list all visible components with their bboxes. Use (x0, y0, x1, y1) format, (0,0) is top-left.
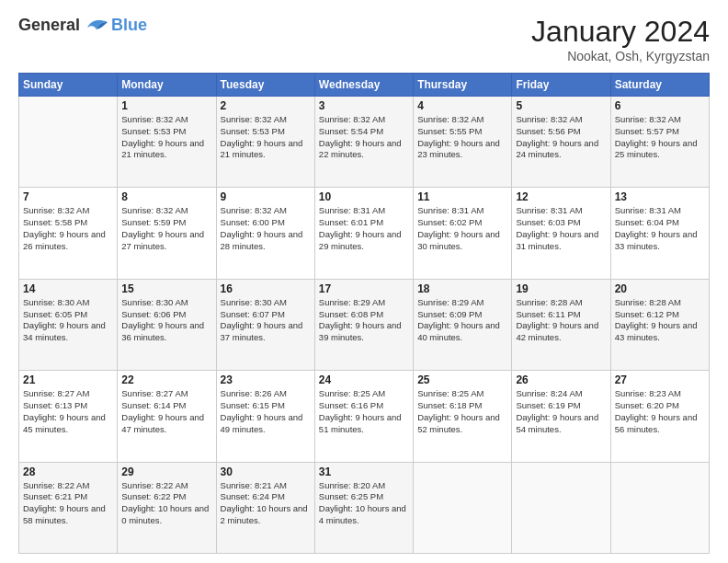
calendar-cell: 21Sunrise: 8:27 AMSunset: 6:13 PMDayligh… (19, 371, 118, 462)
day-number: 16 (221, 282, 311, 295)
day-number: 7 (23, 190, 113, 203)
calendar-cell: 15Sunrise: 8:30 AMSunset: 6:06 PMDayligh… (118, 279, 216, 370)
day-number: 27 (615, 373, 705, 386)
calendar-week-2: 7Sunrise: 8:32 AMSunset: 5:58 PMDaylight… (19, 188, 710, 279)
day-number: 3 (319, 99, 409, 112)
day-info: Sunrise: 8:31 AMSunset: 6:03 PMDaylight:… (516, 205, 606, 252)
day-info: Sunrise: 8:20 AMSunset: 6:25 PMDaylight:… (319, 480, 409, 527)
calendar-cell: 16Sunrise: 8:30 AMSunset: 6:07 PMDayligh… (216, 279, 314, 370)
logo-blue: Blue (111, 16, 147, 35)
calendar-cell: 19Sunrise: 8:28 AMSunset: 6:11 PMDayligh… (512, 279, 610, 370)
calendar-cell: 26Sunrise: 8:24 AMSunset: 6:19 PMDayligh… (512, 371, 610, 462)
day-number: 25 (417, 373, 507, 386)
calendar-cell: 28Sunrise: 8:22 AMSunset: 6:21 PMDayligh… (19, 462, 118, 553)
day-info: Sunrise: 8:27 AMSunset: 6:13 PMDaylight:… (23, 388, 113, 435)
day-info: Sunrise: 8:30 AMSunset: 6:07 PMDaylight:… (221, 297, 311, 344)
day-number: 6 (615, 99, 705, 112)
day-number: 11 (417, 190, 507, 203)
page: General Blue January 2024 Nookat, Osh, K… (0, 0, 728, 563)
calendar-cell: 6Sunrise: 8:32 AMSunset: 5:57 PMDaylight… (610, 97, 709, 188)
calendar-cell (19, 97, 118, 188)
calendar-cell: 29Sunrise: 8:22 AMSunset: 6:22 PMDayligh… (118, 462, 216, 553)
logo-general: General (18, 16, 80, 35)
calendar-cell: 13Sunrise: 8:31 AMSunset: 6:04 PMDayligh… (610, 188, 709, 279)
calendar-header-row: Sunday Monday Tuesday Wednesday Thursday… (19, 74, 710, 97)
day-info: Sunrise: 8:28 AMSunset: 6:11 PMDaylight:… (516, 297, 606, 344)
day-info: Sunrise: 8:22 AMSunset: 6:22 PMDaylight:… (121, 480, 211, 527)
day-number: 12 (516, 190, 606, 203)
day-number: 2 (221, 99, 311, 112)
calendar-cell: 3Sunrise: 8:32 AMSunset: 5:54 PMDaylight… (314, 97, 413, 188)
col-wednesday: Wednesday (314, 74, 413, 97)
day-info: Sunrise: 8:29 AMSunset: 6:08 PMDaylight:… (319, 297, 409, 344)
calendar-cell: 17Sunrise: 8:29 AMSunset: 6:08 PMDayligh… (314, 279, 413, 370)
day-info: Sunrise: 8:26 AMSunset: 6:15 PMDaylight:… (221, 388, 311, 435)
day-number: 13 (615, 190, 705, 203)
day-info: Sunrise: 8:25 AMSunset: 6:18 PMDaylight:… (417, 388, 507, 435)
day-info: Sunrise: 8:25 AMSunset: 6:16 PMDaylight:… (319, 388, 409, 435)
day-number: 17 (319, 282, 409, 295)
calendar-cell: 9Sunrise: 8:32 AMSunset: 6:00 PMDaylight… (216, 188, 314, 279)
calendar-week-3: 14Sunrise: 8:30 AMSunset: 6:05 PMDayligh… (19, 279, 710, 370)
day-info: Sunrise: 8:32 AMSunset: 5:58 PMDaylight:… (23, 205, 113, 252)
day-info: Sunrise: 8:32 AMSunset: 5:59 PMDaylight:… (121, 205, 211, 252)
calendar-cell: 5Sunrise: 8:32 AMSunset: 5:56 PMDaylight… (512, 97, 610, 188)
col-thursday: Thursday (414, 74, 512, 97)
day-number: 19 (516, 282, 606, 295)
day-info: Sunrise: 8:21 AMSunset: 6:24 PMDaylight:… (221, 480, 311, 527)
month-title: January 2024 (531, 15, 710, 49)
calendar-cell: 22Sunrise: 8:27 AMSunset: 6:14 PMDayligh… (118, 371, 216, 462)
day-number: 29 (121, 465, 211, 478)
calendar-cell: 2Sunrise: 8:32 AMSunset: 5:53 PMDaylight… (216, 97, 314, 188)
day-number: 23 (221, 373, 311, 386)
calendar-cell: 23Sunrise: 8:26 AMSunset: 6:15 PMDayligh… (216, 371, 314, 462)
day-number: 10 (319, 190, 409, 203)
day-info: Sunrise: 8:32 AMSunset: 5:54 PMDaylight:… (319, 114, 409, 161)
calendar-week-1: 1Sunrise: 8:32 AMSunset: 5:53 PMDaylight… (19, 97, 710, 188)
calendar-cell: 27Sunrise: 8:23 AMSunset: 6:20 PMDayligh… (610, 371, 709, 462)
calendar-cell: 8Sunrise: 8:32 AMSunset: 5:59 PMDaylight… (118, 188, 216, 279)
calendar-cell: 1Sunrise: 8:32 AMSunset: 5:53 PMDaylight… (118, 97, 216, 188)
day-number: 1 (121, 99, 211, 112)
calendar: Sunday Monday Tuesday Wednesday Thursday… (18, 73, 710, 554)
calendar-cell: 18Sunrise: 8:29 AMSunset: 6:09 PMDayligh… (414, 279, 512, 370)
day-info: Sunrise: 8:31 AMSunset: 6:01 PMDaylight:… (319, 205, 409, 252)
day-number: 9 (221, 190, 311, 203)
calendar-cell: 10Sunrise: 8:31 AMSunset: 6:01 PMDayligh… (314, 188, 413, 279)
day-number: 24 (319, 373, 409, 386)
day-info: Sunrise: 8:28 AMSunset: 6:12 PMDaylight:… (615, 297, 705, 344)
calendar-cell: 20Sunrise: 8:28 AMSunset: 6:12 PMDayligh… (610, 279, 709, 370)
day-info: Sunrise: 8:32 AMSunset: 5:57 PMDaylight:… (615, 114, 705, 161)
calendar-cell (414, 462, 512, 553)
calendar-week-5: 28Sunrise: 8:22 AMSunset: 6:21 PMDayligh… (19, 462, 710, 553)
calendar-cell: 31Sunrise: 8:20 AMSunset: 6:25 PMDayligh… (314, 462, 413, 553)
day-number: 18 (417, 282, 507, 295)
col-saturday: Saturday (610, 74, 709, 97)
title-section: January 2024 Nookat, Osh, Kyrgyzstan (531, 15, 710, 63)
calendar-cell: 14Sunrise: 8:30 AMSunset: 6:05 PMDayligh… (19, 279, 118, 370)
day-info: Sunrise: 8:31 AMSunset: 6:04 PMDaylight:… (615, 205, 705, 252)
calendar-week-4: 21Sunrise: 8:27 AMSunset: 6:13 PMDayligh… (19, 371, 710, 462)
col-sunday: Sunday (19, 74, 118, 97)
day-info: Sunrise: 8:32 AMSunset: 6:00 PMDaylight:… (221, 205, 311, 252)
col-friday: Friday (512, 74, 610, 97)
calendar-cell: 25Sunrise: 8:25 AMSunset: 6:18 PMDayligh… (414, 371, 512, 462)
calendar-cell: 30Sunrise: 8:21 AMSunset: 6:24 PMDayligh… (216, 462, 314, 553)
logo-bird-icon (84, 15, 109, 35)
day-info: Sunrise: 8:22 AMSunset: 6:21 PMDaylight:… (23, 480, 113, 527)
calendar-cell (610, 462, 709, 553)
calendar-cell: 12Sunrise: 8:31 AMSunset: 6:03 PMDayligh… (512, 188, 610, 279)
calendar-cell: 24Sunrise: 8:25 AMSunset: 6:16 PMDayligh… (314, 371, 413, 462)
calendar-cell: 11Sunrise: 8:31 AMSunset: 6:02 PMDayligh… (414, 188, 512, 279)
col-tuesday: Tuesday (216, 74, 314, 97)
calendar-cell (512, 462, 610, 553)
day-number: 8 (121, 190, 211, 203)
day-info: Sunrise: 8:29 AMSunset: 6:09 PMDaylight:… (417, 297, 507, 344)
day-info: Sunrise: 8:23 AMSunset: 6:20 PMDaylight:… (615, 388, 705, 435)
day-number: 22 (121, 373, 211, 386)
day-number: 15 (121, 282, 211, 295)
day-info: Sunrise: 8:32 AMSunset: 5:55 PMDaylight:… (417, 114, 507, 161)
day-info: Sunrise: 8:31 AMSunset: 6:02 PMDaylight:… (417, 205, 507, 252)
day-info: Sunrise: 8:24 AMSunset: 6:19 PMDaylight:… (516, 388, 606, 435)
day-number: 30 (221, 465, 311, 478)
